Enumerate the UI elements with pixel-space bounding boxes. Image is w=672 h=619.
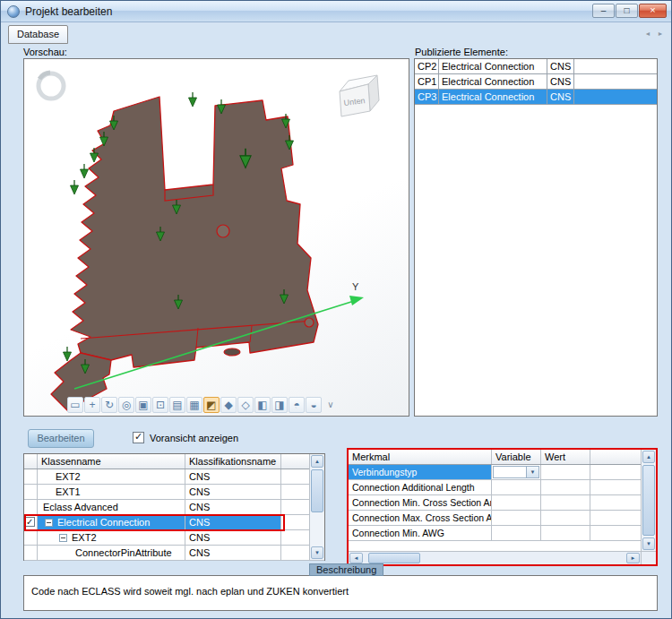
published-cell-id: CP3 [415, 90, 439, 104]
maximize-button[interactable]: □ [616, 4, 638, 18]
tab-scroll-left-icon[interactable]: ◄ [642, 27, 653, 40]
preview-viewport[interactable]: Unten [23, 58, 409, 417]
published-label: Publizierte Elemente: [415, 47, 508, 57]
published-cell-empty [574, 90, 657, 104]
class-header-name[interactable]: Klassenname [38, 454, 185, 469]
attr-wert-cell [541, 511, 590, 525]
class-table-scrollbar[interactable]: ▲ ▼ [309, 454, 324, 560]
class-row[interactable]: ConnectorPinAttribute CNS [24, 546, 324, 561]
published-row[interactable]: CP2 Electrical Connection CNS [415, 59, 657, 74]
preview-checkbox[interactable] [133, 432, 144, 443]
zoom-icon[interactable]: ◎ [118, 397, 134, 413]
back-view-icon[interactable]: ◨ [271, 397, 288, 413]
rotate-icon[interactable]: ↻ [101, 397, 117, 413]
attr-header-merkmal[interactable]: Merkmal [349, 450, 492, 464]
description-box: Code nach ECLASS wird soweit mgl. nach e… [23, 575, 658, 611]
description-text: Code nach ECLASS wird soweit mgl. nach e… [31, 586, 349, 597]
more-views-icon[interactable]: ∨ [323, 397, 339, 413]
attr-variable-cell [492, 526, 541, 540]
published-cell-schema: CNS [547, 74, 574, 89]
attr-header-wert[interactable]: Wert [541, 450, 590, 464]
published-cell-empty [574, 74, 657, 89]
titlebar[interactable]: Projekt bearbeiten – □ × [1, 1, 671, 22]
tab-database[interactable]: Database [8, 25, 68, 44]
class-name-cell: Eclass Advanced [38, 500, 185, 514]
class-name-cell: EXT2 [38, 530, 185, 545]
scroll-right-icon[interactable]: ► [626, 553, 640, 563]
scrollbar-thumb[interactable] [642, 465, 655, 536]
select-icon[interactable]: ▭ [67, 397, 83, 413]
attribute-table: Merkmal Variable Wert Verbindungstyp ▼ C… [347, 448, 658, 566]
attribute-row[interactable]: Connection Max. Cross Section Area [349, 511, 656, 526]
window-title: Projekt bearbeiten [25, 5, 112, 18]
class-name-cell: EXT2 [38, 469, 185, 484]
measure-icon[interactable]: ▤ [169, 397, 185, 413]
tree-collapse-icon[interactable] [45, 519, 53, 527]
attr-variable-cell [492, 511, 541, 525]
attribute-row[interactable]: Connection Additional Length [349, 480, 656, 495]
scroll-up-icon[interactable]: ▲ [311, 455, 323, 468]
render-mode-icon[interactable]: ◆ [220, 397, 237, 413]
description-label: Beschreibung [309, 563, 383, 576]
attr-variable-cell: ▼ [492, 465, 541, 479]
view-cube: Unten [340, 75, 379, 116]
class-row[interactable]: Eclass Advanced CNS [24, 500, 324, 515]
zoom-fit-icon[interactable]: ⊡ [152, 397, 168, 413]
class-row-selected[interactable]: Electrical Connection CNS [24, 515, 324, 530]
class-row[interactable]: EXT1 CNS [24, 485, 324, 500]
published-cell-name: Electrical Connection [439, 74, 547, 89]
class-header-classification[interactable]: Klassifikationsname [185, 454, 281, 469]
class-name-cell: Electrical Connection [38, 515, 185, 529]
class-row-checkbox[interactable] [25, 517, 35, 527]
attr-wert-cell [541, 465, 590, 479]
zoom-window-icon[interactable]: ▣ [135, 397, 151, 413]
tab-scroll-right-icon[interactable]: ► [655, 27, 666, 40]
class-table-header: Klassenname Klassifikationsname [24, 454, 324, 469]
attribute-row[interactable]: Connection Min. AWG [349, 526, 656, 541]
scrollbar-thumb[interactable] [311, 469, 323, 512]
window-controls: – □ × [592, 4, 667, 18]
class-name-cell: ConnectorPinAttribute [38, 546, 185, 560]
attribute-row[interactable]: Connection Min. Cross Section Area [349, 495, 656, 511]
attribute-row-selected[interactable]: Verbindungstyp ▼ [349, 465, 656, 480]
tree-collapse-icon[interactable] [59, 534, 67, 542]
attr-wert-cell [541, 480, 590, 494]
variable-combobox[interactable]: ▼ [493, 466, 539, 478]
pan-icon[interactable]: + [84, 397, 100, 413]
minimize-button[interactable]: – [592, 4, 615, 18]
attribute-table-hscrollbar[interactable]: ◄ ► [349, 551, 641, 564]
edit-button[interactable]: Bearbeiten [28, 429, 94, 448]
attribute-table-vscrollbar[interactable]: ▲ ▼ [641, 450, 656, 551]
close-button[interactable]: × [639, 4, 667, 18]
attr-variable-cell [492, 495, 541, 510]
class-name-cell: EXT1 [38, 485, 185, 499]
class-classification-cell: CNS [185, 469, 281, 484]
attr-merkmal-cell: Verbindungstyp [349, 465, 492, 479]
part-hole [217, 225, 229, 237]
scroll-left-icon[interactable]: ◄ [349, 553, 363, 563]
attr-merkmal-cell: Connection Min. Cross Section Area [349, 495, 492, 510]
class-classification-cell: CNS [185, 515, 281, 529]
published-row[interactable]: CP1 Electrical Connection CNS [415, 74, 657, 90]
attribute-table-header: Merkmal Variable Wert [349, 450, 656, 465]
preview-label: Vorschau: [23, 47, 67, 57]
published-cell-id: CP1 [415, 74, 439, 89]
scrollbar-thumb[interactable] [368, 553, 420, 563]
attr-header-variable[interactable]: Variable [492, 450, 541, 464]
class-row[interactable]: EXT2 CNS [24, 530, 324, 546]
front-view-icon[interactable]: ◧ [254, 397, 271, 413]
class-row[interactable]: EXT2 CNS [24, 469, 324, 485]
published-elements-list: CP2 Electrical Connection CNS CP1 Electr… [414, 58, 658, 417]
chevron-down-icon[interactable]: ▼ [526, 467, 538, 477]
scroll-down-icon[interactable]: ▼ [311, 546, 323, 559]
published-row-selected[interactable]: CP3 Electrical Connection CNS [415, 90, 657, 105]
grid-icon[interactable]: ▦ [186, 397, 202, 413]
top-view-icon[interactable]: ◓ [289, 397, 305, 413]
class-classification-cell: CNS [185, 500, 281, 514]
bottom-view-icon[interactable]: ◒ [306, 397, 322, 413]
scroll-down-icon[interactable]: ▼ [642, 537, 655, 550]
shaded-view-icon[interactable]: ◩ [203, 397, 220, 413]
part-hole [305, 318, 314, 327]
scroll-up-icon[interactable]: ▲ [642, 451, 655, 463]
iso-view-icon[interactable]: ◇ [237, 397, 254, 413]
